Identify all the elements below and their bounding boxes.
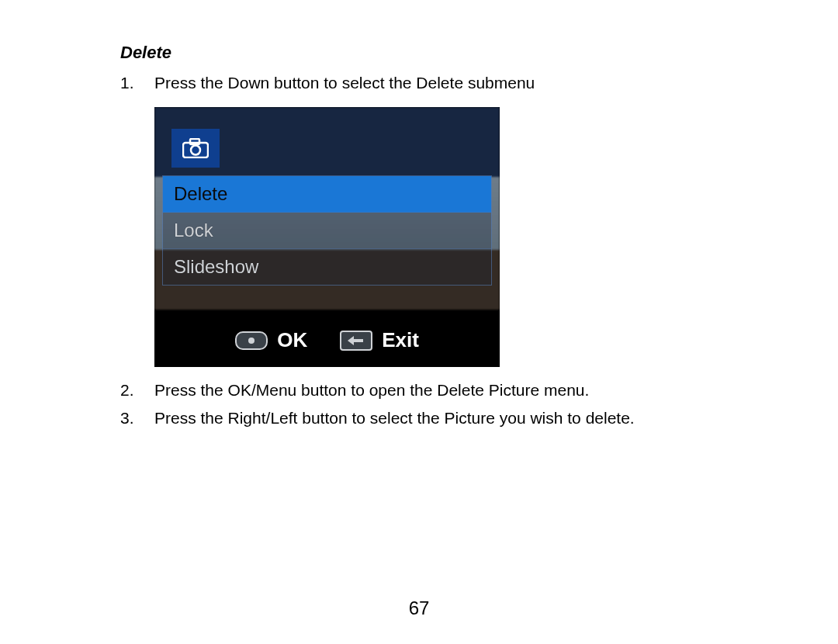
exit-hint: Exit bbox=[340, 328, 419, 352]
ok-hint: OK bbox=[235, 328, 307, 352]
menu-item-slideshow[interactable]: Slideshow bbox=[163, 249, 491, 285]
playback-menu: Delete Lock Slideshow bbox=[162, 175, 492, 286]
camera-screenshot-figure: Delete Lock Slideshow OK Exit bbox=[154, 107, 745, 367]
instruction-step: 2. Press the OK/Menu button to open the … bbox=[120, 378, 745, 403]
menu-item-delete[interactable]: Delete bbox=[163, 176, 491, 213]
ok-label: OK bbox=[277, 328, 307, 352]
step-text: Press the Down button to select the Dele… bbox=[154, 71, 745, 96]
ok-button-icon bbox=[235, 331, 268, 350]
exit-label: Exit bbox=[382, 328, 419, 352]
camera-lcd: Delete Lock Slideshow OK Exit bbox=[154, 107, 500, 367]
page-number: 67 bbox=[0, 597, 838, 619]
menu-item-label: Lock bbox=[174, 220, 213, 241]
menu-item-label: Delete bbox=[174, 183, 227, 204]
svg-point-2 bbox=[191, 145, 200, 154]
svg-rect-1 bbox=[190, 139, 199, 144]
step-text: Press the OK/Menu button to open the Del… bbox=[154, 378, 745, 403]
step-text: Press the Right/Left button to select th… bbox=[154, 406, 745, 431]
menu-item-label: Slideshow bbox=[174, 256, 258, 277]
instruction-step: 3. Press the Right/Left button to select… bbox=[120, 406, 745, 431]
menu-item-lock[interactable]: Lock bbox=[163, 213, 491, 249]
step-number: 3. bbox=[120, 406, 154, 431]
manual-page: Delete 1. Press the Down button to selec… bbox=[0, 0, 838, 431]
step-number: 2. bbox=[120, 378, 154, 403]
camera-bottom-bar: OK Exit bbox=[154, 314, 500, 367]
instruction-step: 1. Press the Down button to select the D… bbox=[120, 71, 745, 96]
playback-tab[interactable] bbox=[171, 129, 220, 168]
back-button-icon bbox=[340, 331, 372, 351]
camera-icon bbox=[182, 138, 209, 158]
section-heading: Delete bbox=[120, 43, 745, 63]
step-number: 1. bbox=[120, 71, 154, 96]
